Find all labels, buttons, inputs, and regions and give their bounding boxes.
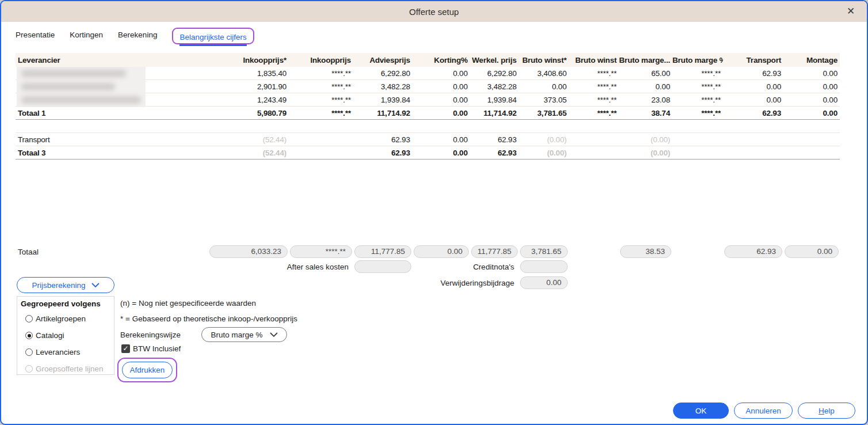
- chevron-down-icon: [270, 332, 278, 337]
- prijsberekening-button[interactable]: Prijsberekening: [17, 277, 114, 293]
- table-cell: ****.**: [289, 82, 353, 91]
- table-header-row: LeverancierInkoopprijs*InkoopprijsAdvies…: [16, 53, 840, 67]
- totals-value-field: 38.53: [620, 245, 671, 258]
- berekeningswijze-dropdown[interactable]: Bruto marge %: [201, 327, 287, 342]
- totals-value-field: 0.00: [414, 245, 469, 258]
- radio-option-groepsofferte-lijnen: Groepsofferte lijnen: [17, 361, 114, 377]
- totals-cell: 0.00: [412, 245, 470, 258]
- column-header: Leverancier: [16, 56, 208, 64]
- tab-kortingen[interactable]: Kortingen: [70, 31, 103, 41]
- table-cell: 23.08: [619, 96, 672, 104]
- table-cell: ****.**: [289, 69, 353, 78]
- table-cell: 3,408.60: [519, 69, 569, 78]
- after-sales-field: [354, 260, 411, 273]
- footer-buttons: OK Annuleren Help: [673, 403, 855, 419]
- column-header: Werkel. prijs: [470, 56, 519, 64]
- help-label-underline: H: [819, 407, 824, 415]
- table-cell: (0.00): [519, 149, 569, 157]
- column-header: Bruto marge...: [619, 56, 672, 64]
- table-cell: ****.**: [569, 82, 619, 91]
- chevron-down-icon: [91, 283, 100, 287]
- table-cell: 11,714.92: [353, 109, 412, 117]
- table-cell: 0.00: [783, 69, 840, 78]
- table-cell: 62.93: [723, 69, 783, 78]
- column-header: Inkoopprijs: [289, 56, 353, 64]
- tab-presentatie[interactable]: Presentatie: [16, 31, 55, 41]
- table-cell: 0.00: [783, 82, 840, 91]
- creditnotas-field: [520, 260, 568, 273]
- prijsberekening-label: Prijsberekening: [32, 281, 85, 290]
- note-asterisk: * = Gebaseerd op theoretische inkoop-/ve…: [120, 314, 297, 323]
- column-header: Transport: [723, 56, 783, 64]
- verwijdering-label: Verwijderingsbijdrage: [412, 279, 519, 287]
- table-cell: 6,292.80: [353, 69, 412, 78]
- tab-berekening[interactable]: Berekening: [118, 31, 157, 41]
- tab-belangrijkste-cijfers[interactable]: Belangrijkste cijfers: [179, 33, 246, 46]
- radio-option-artikelgroepen[interactable]: Artikelgroepen: [17, 310, 114, 327]
- note-n: (n) = Nog niet gespecificeerde waarden: [120, 299, 256, 308]
- table-cell: 5,980.79: [208, 109, 289, 117]
- radio-icon: [25, 315, 33, 322]
- totals-labels-row-2: Verwijderingsbijdrage 0.00: [16, 276, 840, 289]
- verwijdering-field: 0.00: [520, 276, 568, 289]
- table-cell: 62.93: [353, 135, 412, 144]
- help-button[interactable]: Help: [798, 403, 855, 419]
- btw-inclusief-checkbox[interactable]: ✓ BTW Inclusief: [121, 344, 181, 353]
- column-header: Bruto marge %: [672, 56, 723, 64]
- annuleren-button[interactable]: Annuleren: [734, 403, 793, 419]
- totals-pills-row: Totaal6,033.23****.**11,777.850.0011,777…: [16, 245, 840, 258]
- table-cell: ****.**: [289, 109, 353, 117]
- offerte-setup-dialog: Offerte setup ✕ Presentatie Kortingen Be…: [0, 0, 868, 425]
- table-cell: 0.00: [519, 82, 569, 91]
- checkbox-checked-icon: ✓: [121, 344, 130, 353]
- column-header: Adviesprijs: [353, 56, 412, 64]
- table-cell: 3,482.28: [470, 82, 519, 91]
- totals-value-field: 0.00: [785, 245, 839, 258]
- table-row: Totaal 3(52.44)62.930.0062.93(0.00)(0.00…: [16, 146, 840, 160]
- radio-option-label: Leveranciers: [36, 348, 80, 356]
- radio-option-leveranciers[interactable]: Leveranciers: [17, 344, 114, 361]
- table-cell: 62.93: [470, 135, 519, 144]
- table-cell: 0.00: [783, 96, 840, 104]
- table-row[interactable]: Transport(52.44)62.930.0062.93(0.00)(0.0…: [16, 133, 840, 146]
- afdrukken-button[interactable]: Afdrukken: [122, 362, 173, 378]
- totals-value-field: 6,033.23: [209, 245, 288, 258]
- help-label-rest: elp: [824, 407, 835, 415]
- close-icon[interactable]: ✕: [845, 6, 856, 17]
- table-row: [16, 120, 840, 133]
- totals-value-field: 11,777.85: [471, 245, 518, 258]
- table-cell: 0.00: [412, 109, 470, 117]
- ok-button[interactable]: OK: [673, 403, 729, 419]
- table-cell: 0.00: [412, 135, 470, 144]
- redacted-text: [21, 70, 126, 77]
- totals-value-field: 11,777.85: [354, 245, 411, 258]
- table-cell: 0.00: [412, 69, 470, 78]
- table-cell: 1,835.40: [208, 69, 289, 78]
- column-header: Bruto winst: [569, 56, 619, 64]
- table-cell: Transport: [16, 135, 208, 144]
- table-cell: 6,292.80: [470, 69, 519, 78]
- column-header: Inkoopprijs*: [208, 56, 289, 64]
- totals-cell: 62.93: [723, 245, 783, 258]
- radio-option-catalogi[interactable]: Catalogi: [17, 327, 114, 344]
- table-cell: ****.**: [672, 69, 723, 78]
- totals-label: Totaal: [16, 248, 208, 256]
- table-cell: 65.00: [619, 69, 672, 78]
- table-cell: ****.**: [569, 109, 619, 117]
- table-cell: 62.93: [353, 149, 412, 157]
- totals-value-field: ****.**: [290, 245, 352, 258]
- column-header: Bruto winst*: [519, 56, 569, 64]
- group-options: ArtikelgroepenCatalogiLeveranciersGroeps…: [17, 310, 114, 377]
- totals-cell: 38.53: [619, 245, 672, 258]
- table-cell: 3,781.65: [519, 109, 569, 117]
- redacted-text: [21, 83, 115, 90]
- totals-value-field: 3,781.65: [520, 245, 568, 258]
- table-cell: (0.00): [519, 135, 569, 144]
- annotation-ring-afdrukken: Afdrukken: [117, 358, 177, 382]
- table-cell: 1,939.84: [470, 96, 519, 104]
- radio-option-label: Groepsofferte lijnen: [36, 365, 104, 373]
- table-cell: 62.93: [723, 109, 783, 117]
- annotation-ring-active-tab: Belangrijkste cijfers: [172, 28, 254, 44]
- groupbox-title: Gegroepeerd volgens: [17, 297, 114, 310]
- table-cell: ****.**: [672, 96, 723, 104]
